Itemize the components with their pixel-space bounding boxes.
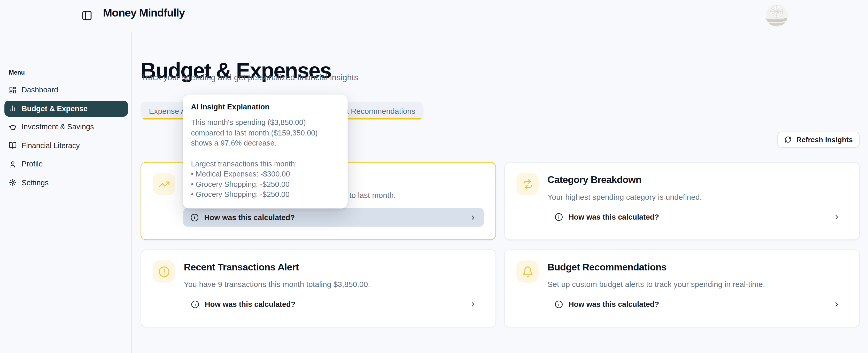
page-subtitle: Track your spending and get personalized… xyxy=(141,72,358,82)
bell-icon xyxy=(517,260,538,283)
how-calculated-label: How was this calculated? xyxy=(204,213,295,221)
recent-transactions-card: Recent Transactions Alert You have 9 tra… xyxy=(141,249,496,327)
ai-insight-popup: AI Insight Explanation This month's spen… xyxy=(183,95,348,208)
sidebar-item-label: Dashboard xyxy=(22,86,58,94)
info-icon xyxy=(190,213,199,221)
refresh-insights-label: Refresh Insights xyxy=(797,136,853,144)
how-calculated-row[interactable]: How was this calculated? xyxy=(548,208,847,226)
alert-circle-icon xyxy=(153,260,175,283)
user-avatar[interactable] xyxy=(766,4,788,27)
info-icon xyxy=(555,300,563,308)
how-calculated-row[interactable]: How was this calculated? xyxy=(184,295,484,314)
sidebar-item-investment-savings[interactable]: Investment & Savings xyxy=(4,119,128,135)
how-calculated-row[interactable]: How was this calculated? xyxy=(183,208,484,227)
chevron-right-icon xyxy=(833,213,840,220)
card-description: Your highest spending category is undefi… xyxy=(548,192,847,201)
how-calculated-label: How was this calculated? xyxy=(568,300,659,308)
budget-recommendations-card: Budget Recommendations Set up custom bud… xyxy=(504,249,860,327)
sidebar-item-label: Profile xyxy=(22,160,43,168)
sidebar-nav: Dashboard Budget & Expense Investment & … xyxy=(4,82,128,193)
card-title: Recent Transactions Alert xyxy=(184,262,484,273)
refresh-icon xyxy=(784,136,791,143)
card-description: You have 9 transactions this month total… xyxy=(184,280,484,288)
sidebar-item-dashboard[interactable]: Dashboard xyxy=(4,82,128,98)
category-breakdown-card: Category Breakdown Your highest spending… xyxy=(504,162,860,240)
popup-paragraph-transactions: Largest transactions this month: • Medic… xyxy=(191,159,339,200)
sidebar: Menu Dashboard Budget & Expense Investme… xyxy=(0,32,132,353)
gear-icon xyxy=(9,179,17,186)
sidebar-item-label: Settings xyxy=(22,178,49,186)
app-title: Money Mindfully xyxy=(103,7,185,20)
sidebar-toggle-button[interactable] xyxy=(82,10,92,21)
chevron-right-icon xyxy=(469,301,476,308)
sidebar-section-label: Menu xyxy=(9,69,25,76)
book-open-icon xyxy=(9,142,17,149)
card-title: Category Breakdown xyxy=(548,174,847,186)
sidebar-item-financial-literacy[interactable]: Financial Literacy xyxy=(4,138,128,153)
sidebar-item-label: Budget & Expense xyxy=(22,104,88,112)
piggy-bank-icon xyxy=(9,123,17,131)
popup-paragraph-summary: This month's spending ($3,850.00) compar… xyxy=(191,118,339,148)
sidebar-item-label: Investment & Savings xyxy=(22,123,94,131)
info-icon xyxy=(191,300,199,308)
sidebar-item-settings[interactable]: Settings xyxy=(4,174,128,190)
how-calculated-label: How was this calculated? xyxy=(205,300,295,308)
how-calculated-row[interactable]: How was this calculated? xyxy=(548,295,847,314)
sidebar-item-label: Financial Literacy xyxy=(22,141,80,150)
popup-title: AI Insight Explanation xyxy=(191,103,339,111)
spending-trend-description-fragment: to last month. xyxy=(349,191,396,200)
refresh-insights-button[interactable]: Refresh Insights xyxy=(777,132,860,148)
user-icon xyxy=(9,160,17,168)
chevron-right-icon xyxy=(469,214,476,221)
card-description: Set up custom budget alerts to track you… xyxy=(548,280,847,288)
panel-left-icon xyxy=(82,10,92,21)
top-header: Money Mindfully xyxy=(0,0,868,32)
app-window: Money Mindfully Menu xyxy=(0,0,868,353)
how-calculated-label: How was this calculated? xyxy=(568,213,659,221)
bar-chart-icon xyxy=(9,105,17,112)
sidebar-item-profile[interactable]: Profile xyxy=(4,156,128,172)
card-title: Budget Recommendations xyxy=(548,262,847,273)
dashboard-icon xyxy=(9,86,17,94)
repeat-icon xyxy=(517,173,538,195)
sidebar-item-budget-expense[interactable]: Budget & Expense xyxy=(4,100,128,116)
chevron-right-icon xyxy=(833,301,840,308)
trending-up-icon xyxy=(153,173,175,195)
info-icon xyxy=(555,213,563,221)
